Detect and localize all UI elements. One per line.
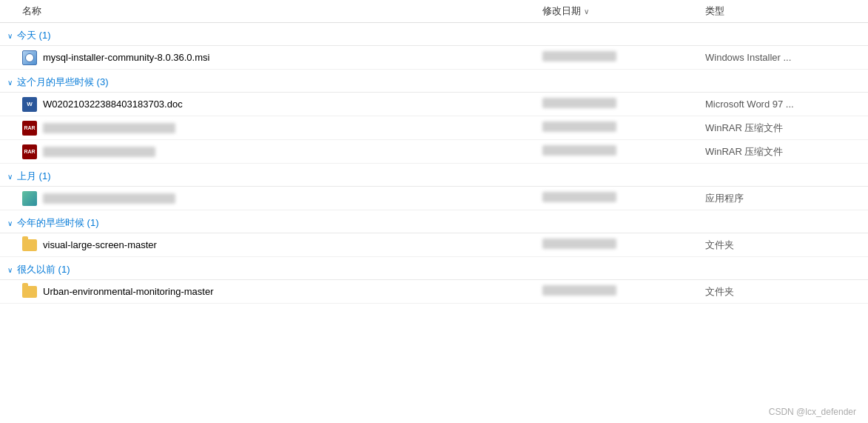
group-label-text: 今天 (1) bbox=[17, 29, 51, 42]
group-label-text: 很久以前 (1) bbox=[17, 263, 70, 276]
group-header-this-year[interactable]: ∨ 今年的早些时候 (1) bbox=[0, 210, 868, 233]
file-name-cell: RAR bbox=[22, 144, 542, 159]
column-headers: 名称 修改日期 ∨ 类型 bbox=[0, 0, 868, 23]
date-blurred bbox=[542, 51, 616, 61]
table-row[interactable]: WW020210322388403183703.docMicrosoft Wor… bbox=[0, 93, 868, 116]
group-label-long-ago: ∨ 很久以前 (1) bbox=[7, 263, 542, 276]
date-blurred bbox=[542, 121, 616, 132]
file-name-cell bbox=[22, 191, 542, 206]
file-type-cell: Windows Installer ... bbox=[705, 52, 868, 63]
table-row[interactable]: Urban-environmental-monitoring-master文件夹 bbox=[0, 280, 868, 304]
table-row[interactable]: visual-large-screen-master文件夹 bbox=[0, 233, 868, 257]
sort-arrow-icon: ∨ bbox=[584, 7, 589, 16]
table-row[interactable]: mysql-installer-community-8.0.36.0.msiWi… bbox=[0, 46, 868, 70]
group-header-this-month[interactable]: ∨ 这个月的早些时候 (3) bbox=[0, 70, 868, 93]
file-name-text: Urban-environmental-monitoring-master bbox=[43, 286, 213, 297]
date-blurred bbox=[542, 285, 616, 296]
header-name-label: 名称 bbox=[22, 4, 41, 18]
msi-icon bbox=[22, 50, 37, 65]
chevron-icon: ∨ bbox=[7, 79, 13, 87]
group-header-long-ago[interactable]: ∨ 很久以前 (1) bbox=[0, 257, 868, 280]
chevron-icon: ∨ bbox=[7, 266, 13, 274]
file-date-cell bbox=[542, 98, 705, 110]
file-name-text: visual-large-screen-master bbox=[43, 239, 157, 250]
file-date-cell bbox=[542, 285, 705, 298]
file-date-cell bbox=[542, 239, 705, 251]
file-name-cell: RAR bbox=[22, 121, 542, 136]
folder-icon bbox=[22, 238, 37, 253]
file-type-cell: WinRAR 压缩文件 bbox=[705, 121, 868, 135]
group-header-today[interactable]: ∨ 今天 (1) bbox=[0, 23, 868, 46]
table-row[interactable]: RARWinRAR 压缩文件 bbox=[0, 140, 868, 164]
date-blurred bbox=[542, 192, 616, 202]
watermark: CSDN @lcx_defender bbox=[769, 407, 856, 417]
file-date-cell bbox=[542, 121, 705, 134]
file-name-blurred bbox=[43, 147, 155, 157]
table-row[interactable]: RARWinRAR 压缩文件 bbox=[0, 116, 868, 140]
doc-icon: W bbox=[22, 97, 37, 112]
file-type-cell: Microsoft Word 97 ... bbox=[705, 99, 868, 110]
file-name-blurred bbox=[43, 123, 175, 133]
file-explorer: 名称 修改日期 ∨ 类型 ∨ 今天 (1) mysql-installer-co… bbox=[0, 0, 868, 423]
date-blurred bbox=[542, 98, 616, 108]
file-date-cell bbox=[542, 192, 705, 204]
group-label-text: 上月 (1) bbox=[17, 170, 51, 183]
file-name-cell: mysql-installer-community-8.0.36.0.msi bbox=[22, 50, 542, 65]
header-type-label: 类型 bbox=[705, 4, 724, 18]
group-label-text: 今年的早些时候 (1) bbox=[17, 216, 99, 230]
file-type-cell: 文件夹 bbox=[705, 285, 868, 299]
header-name[interactable]: 名称 bbox=[22, 4, 542, 18]
file-type-cell: WinRAR 压缩文件 bbox=[705, 145, 868, 159]
rar-icon: RAR bbox=[22, 121, 37, 136]
chevron-icon: ∨ bbox=[7, 219, 13, 227]
group-label-today: ∨ 今天 (1) bbox=[7, 29, 542, 42]
file-name-blurred bbox=[43, 193, 175, 204]
file-name-cell: Urban-environmental-monitoring-master bbox=[22, 284, 542, 299]
date-blurred bbox=[542, 145, 616, 156]
file-name-text: mysql-installer-community-8.0.36.0.msi bbox=[43, 52, 209, 63]
header-date-label: 修改日期 bbox=[542, 4, 581, 18]
folder-icon bbox=[22, 284, 37, 299]
file-date-cell bbox=[542, 145, 705, 158]
file-name-cell: WW020210322388403183703.doc bbox=[22, 97, 542, 112]
table-row[interactable]: 应用程序 bbox=[0, 187, 868, 210]
header-date[interactable]: 修改日期 ∨ bbox=[542, 4, 705, 18]
file-name-text: W020210322388403183703.doc bbox=[43, 99, 183, 110]
rar-icon: RAR bbox=[22, 144, 37, 159]
app-icon bbox=[22, 191, 37, 206]
chevron-icon: ∨ bbox=[7, 32, 13, 40]
group-label-this-year: ∨ 今年的早些时候 (1) bbox=[7, 216, 542, 230]
file-date-cell bbox=[542, 51, 705, 64]
date-blurred bbox=[542, 239, 616, 249]
group-label-this-month: ∨ 这个月的早些时候 (3) bbox=[7, 76, 542, 89]
file-type-cell: 文件夹 bbox=[705, 239, 868, 252]
group-label-last-month: ∨ 上月 (1) bbox=[7, 170, 542, 183]
file-type-cell: 应用程序 bbox=[705, 192, 868, 205]
file-list: ∨ 今天 (1) mysql-installer-community-8.0.3… bbox=[0, 23, 868, 423]
file-name-cell: visual-large-screen-master bbox=[22, 238, 542, 253]
group-label-text: 这个月的早些时候 (3) bbox=[17, 76, 109, 89]
chevron-icon: ∨ bbox=[7, 173, 13, 181]
group-header-last-month[interactable]: ∨ 上月 (1) bbox=[0, 164, 868, 187]
header-type[interactable]: 类型 bbox=[705, 4, 868, 18]
